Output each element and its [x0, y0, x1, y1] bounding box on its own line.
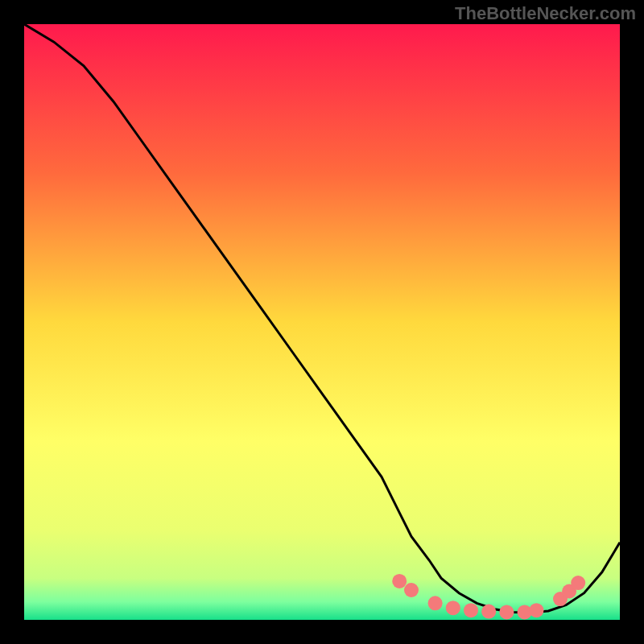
chart-svg [24, 24, 620, 620]
marker-dot [392, 574, 407, 588]
watermark-text: TheBottleNecker.com [455, 3, 636, 24]
chart-background [24, 24, 620, 620]
marker-dot [529, 603, 543, 617]
marker-dot [404, 583, 419, 597]
marker-dot [481, 605, 496, 619]
marker-dot [446, 601, 460, 615]
chart-plot-area [24, 24, 620, 620]
marker-dot [571, 576, 585, 590]
marker-dot [428, 596, 443, 610]
marker-dot [464, 603, 478, 617]
marker-dot [499, 605, 514, 619]
